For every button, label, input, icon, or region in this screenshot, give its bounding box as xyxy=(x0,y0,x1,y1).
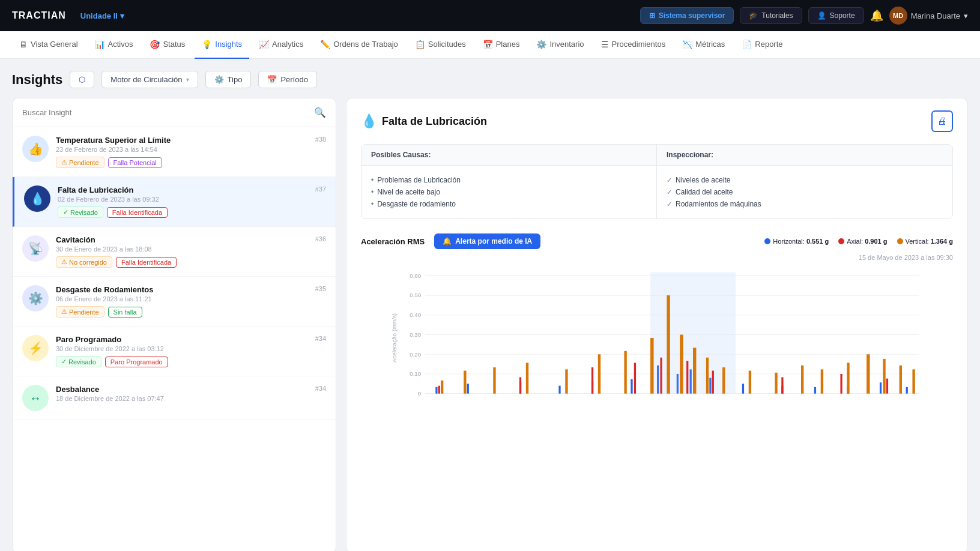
top-nav-right: ⊞ Sistema supervisor 🎓 Tutoriales 👤 Sopo… xyxy=(640,7,968,25)
asset-filter-button[interactable]: Motor de Circulación ▾ xyxy=(101,71,198,88)
sistema-supervisor-button[interactable]: ⊞ Sistema supervisor xyxy=(640,7,734,24)
user-menu[interactable]: MD Marina Duarte ▾ xyxy=(889,7,968,25)
insights-list-panel: 🔍 👍 Temperatura Superior al Límite 23 de… xyxy=(12,98,336,551)
soporte-button[interactable]: 👤 Soporte xyxy=(808,7,864,24)
legend-vertical: Vertical: 1.364 g xyxy=(897,238,954,245)
list-item[interactable]: ↔️ Desbalance 18 de Diciembre de 2022 a … xyxy=(13,376,336,420)
nav-item-activos[interactable]: 📊 Activos xyxy=(88,31,141,59)
insight-icon: 👍 xyxy=(22,136,49,162)
unit-selector[interactable]: Unidade II ▾ xyxy=(80,11,124,20)
nav-item-solicitudes[interactable]: 📋 Solicitudes xyxy=(408,31,473,59)
list-item[interactable]: ⚡ Paro Programado 30 de Diciembre de 202… xyxy=(13,327,336,376)
nav-item-vista-general[interactable]: 🖥 Vista General xyxy=(12,31,85,59)
causas-header: Posibles Causas: xyxy=(361,145,657,166)
insight-number: #35 xyxy=(315,285,326,292)
check-icon: ✓ xyxy=(667,176,672,184)
ia-alert-button[interactable]: 🔔 Alerta por medio de IA xyxy=(434,233,540,249)
nav-item-reporte[interactable]: 📄 Reporte xyxy=(734,31,790,59)
tipo-filter-button[interactable]: ⚙️ Tipo xyxy=(205,71,252,88)
chart-legend: Horizontal: 0.551 g Axial: 0.901 g Verti… xyxy=(764,238,953,245)
insight-date: 30 de Enero de 2023 a las 18:08 xyxy=(56,245,326,253)
svg-rect-38 xyxy=(712,371,714,394)
svg-text:0.10: 0.10 xyxy=(410,370,422,377)
nav-item-analytics[interactable]: 📈 Analytics xyxy=(252,31,310,59)
svg-rect-55 xyxy=(749,371,751,394)
nav-item-ordenes[interactable]: ✏️ Ordens de Trabajo xyxy=(313,31,405,59)
svg-rect-41 xyxy=(886,379,888,394)
svg-rect-49 xyxy=(650,338,653,394)
search-icon[interactable]: 🔍 xyxy=(314,107,326,118)
svg-rect-47 xyxy=(598,354,600,393)
print-button[interactable]: 🖨 xyxy=(931,110,953,132)
type-badge: Falla Identificada xyxy=(107,207,168,218)
svg-rect-62 xyxy=(900,366,902,394)
report-icon: 📄 xyxy=(742,40,752,49)
inspeccionar-list: ✓ Niveles de aceite ✓ Calidad del aceite… xyxy=(657,166,952,218)
acceleration-chart: 0.60 0.50 0.40 0.30 0.20 0.10 0 Aceleraç… xyxy=(361,266,953,410)
tipo-icon: ⚙️ xyxy=(214,75,224,84)
inspeccionar-item: ✓ Rodamientos de máquinas xyxy=(667,198,943,210)
axial-dot xyxy=(838,238,844,244)
insight-title: Cavitación xyxy=(56,235,326,244)
causas-table: Posibles Causas: Inspeccionar: Problemas… xyxy=(361,144,953,219)
svg-rect-33 xyxy=(519,377,521,393)
target-icon: 🎯 xyxy=(150,40,160,49)
svg-text:0.20: 0.20 xyxy=(410,351,422,358)
nav-item-planes[interactable]: 📅 Planes xyxy=(476,31,527,59)
detail-title: 💧 Falta de Lubricación xyxy=(361,113,487,129)
notifications-icon[interactable]: 🔔 xyxy=(870,9,883,22)
inspeccionar-item: ✓ Calidad del aceite xyxy=(667,186,943,198)
status-badge: ✓ Revisado xyxy=(56,356,101,367)
svg-rect-48 xyxy=(624,351,626,394)
nav-item-metricas[interactable]: 📉 Métricas xyxy=(675,31,732,59)
svg-rect-57 xyxy=(801,366,803,394)
warning-icon: ⚠ xyxy=(61,258,67,266)
svg-rect-51 xyxy=(680,335,683,394)
insight-date: 30 de Diciembre de 2022 a las 03:12 xyxy=(56,345,326,352)
bell-icon: 🔔 xyxy=(443,237,452,245)
svg-rect-16 xyxy=(435,387,437,394)
svg-rect-40 xyxy=(840,374,842,394)
detail-header: 💧 Falta de Lubricación 🖨 xyxy=(361,110,953,132)
list-item[interactable]: 📡 Cavitación 30 de Enero de 2023 a las 1… xyxy=(13,227,336,277)
legend-horizontal: Horizontal: 0.551 g xyxy=(764,238,829,245)
asset-filter-icon[interactable]: ⬡ xyxy=(70,71,94,88)
nav-item-insights[interactable]: 💡 Insights xyxy=(195,31,249,59)
nav-item-inventario[interactable]: ⚙️ Inventario xyxy=(529,31,591,59)
svg-rect-25 xyxy=(709,378,711,394)
monitor-icon: 🖥 xyxy=(19,40,28,49)
insight-title: Desgaste de Rodamientos xyxy=(56,285,326,294)
svg-rect-45 xyxy=(526,363,528,393)
main-content: Insights ⬡ Motor de Circulación ▾ ⚙️ Tip… xyxy=(0,59,980,551)
list-item[interactable]: ⚙️ Desgaste de Rodamientos 06 de Enero d… xyxy=(13,277,336,327)
check-icon: ✓ xyxy=(63,208,68,216)
calendar-icon: 📅 xyxy=(267,75,277,84)
svg-rect-54 xyxy=(722,367,725,394)
status-badge: ⚠ Pendiente xyxy=(56,306,104,318)
periodo-filter-button[interactable]: 📅 Período xyxy=(258,71,317,88)
svg-rect-23 xyxy=(677,374,679,394)
insight-number: #37 xyxy=(315,185,326,193)
tutoriales-button[interactable]: 🎓 Tutoriales xyxy=(740,7,802,24)
svg-rect-44 xyxy=(493,367,495,394)
check-icon: ✓ xyxy=(61,358,67,366)
svg-rect-63 xyxy=(912,369,915,393)
svg-rect-24 xyxy=(690,369,692,393)
search-input[interactable] xyxy=(22,108,309,117)
nav-item-status[interactable]: 🎯 Status xyxy=(142,31,192,59)
svg-text:0.30: 0.30 xyxy=(410,331,422,338)
check-icon: ✓ xyxy=(667,188,672,196)
top-navigation: TRACTIAN Unidade II ▾ ⊞ Sistema supervis… xyxy=(0,0,980,31)
nav-item-procedimientos[interactable]: ☰ Procedimientos xyxy=(594,31,673,59)
list-item[interactable]: 👍 Temperatura Superior al Límite 23 de F… xyxy=(13,127,336,177)
svg-rect-36 xyxy=(660,358,662,394)
svg-rect-21 xyxy=(631,379,632,394)
horizontal-dot xyxy=(764,238,770,244)
insight-date: 18 de Diciembre de 2022 a las 07:47 xyxy=(56,395,326,402)
soporte-icon: 👤 xyxy=(817,11,826,20)
page-title: Insights xyxy=(12,72,62,88)
main-navigation: 🖥 Vista General 📊 Activos 🎯 Status 💡 Ins… xyxy=(0,31,980,59)
list-item[interactable]: 💧 Falta de Lubricación 02 de Febrero de … xyxy=(13,177,336,227)
svg-rect-17 xyxy=(467,384,469,393)
insight-icon: 💧 xyxy=(24,185,50,212)
